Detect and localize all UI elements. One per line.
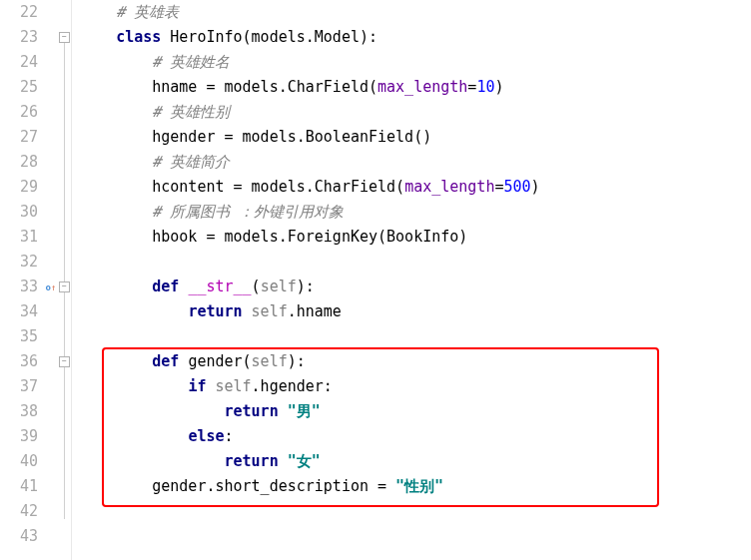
kwarg: max_length (404, 178, 494, 196)
keyword: class (116, 28, 170, 46)
line-number: 26 (0, 100, 38, 125)
self-ref: self (252, 302, 288, 320)
line-number: 43 (0, 524, 38, 549)
code-line[interactable]: hbook = models.ForeignKey(BookInfo) (80, 225, 751, 250)
line-number: 42 (0, 499, 38, 524)
fold-toggle[interactable]: − (59, 32, 70, 43)
keyword: def (152, 352, 188, 370)
code-line[interactable]: hgender = models.BooleanField() (80, 125, 751, 150)
line-number: 28 (0, 150, 38, 175)
code-text: hcontent = models.CharField( (152, 178, 404, 196)
fold-toggle[interactable]: − (59, 356, 70, 367)
line-number: 31 (0, 225, 38, 250)
override-marker[interactable]: o↑ (44, 280, 58, 294)
line-number: 25 (0, 75, 38, 100)
code-line[interactable]: if self.hgender: (80, 374, 751, 399)
fold-toggle[interactable]: − (59, 281, 70, 292)
code-line[interactable]: else: (80, 424, 751, 449)
line-number: 41 (0, 474, 38, 499)
code-line[interactable]: # 所属图书 ：外键引用对象 (80, 200, 751, 225)
keyword: def (152, 278, 188, 295)
code-line[interactable]: return "女" (80, 449, 751, 474)
line-number: 35 (0, 324, 38, 349)
code-text: hbook = models.ForeignKey(BookInfo) (152, 228, 467, 246)
comment: # 英雄姓名 (152, 53, 230, 71)
code-text: hname = models.CharField( (152, 78, 377, 96)
line-number: 33 (0, 275, 38, 299)
code-line[interactable]: hname = models.CharField(max_length=10) (80, 75, 751, 100)
keyword: return (225, 402, 288, 420)
self-ref: self (215, 377, 251, 395)
line-number: 27 (0, 125, 38, 150)
line-number: 32 (0, 250, 38, 275)
code-line[interactable] (80, 324, 751, 349)
code-line[interactable]: # 英雄性别 (80, 100, 751, 125)
keyword: return (188, 302, 251, 320)
code-line[interactable] (80, 499, 751, 524)
func-name: gender (188, 352, 242, 370)
param-self: self (252, 352, 288, 370)
code-text: hgender = models.BooleanField() (152, 128, 431, 146)
line-number: 40 (0, 449, 38, 474)
arrow-up-icon: ↑ (51, 282, 56, 292)
code-line[interactable]: return "男" (80, 399, 751, 424)
code-line[interactable]: hcontent = models.CharField(max_length=5… (80, 175, 751, 200)
code-editor: 22 23 24 25 26 27 28 29 30 31 32 33 34 3… (0, 0, 751, 560)
fold-column: − − − (58, 0, 72, 560)
line-number: 34 (0, 299, 38, 324)
code-line[interactable]: def gender(self): (80, 349, 751, 374)
code-line[interactable]: # 英雄表 (80, 0, 751, 25)
code-line[interactable] (80, 524, 751, 549)
line-number: 37 (0, 374, 38, 399)
line-number: 38 (0, 399, 38, 424)
class-decl: HeroInfo(models.Model): (170, 28, 377, 46)
line-number: 29 (0, 175, 38, 200)
number: 10 (476, 78, 494, 96)
code-line[interactable]: gender.short_description = "性别" (80, 474, 751, 499)
number: 500 (503, 178, 530, 196)
line-number: 39 (0, 424, 38, 449)
keyword: if (188, 377, 215, 395)
comment: # 英雄性别 (152, 103, 230, 121)
code-area[interactable]: # 英雄表 class HeroInfo(models.Model): # 英雄… (72, 0, 751, 560)
code-text: gender.short_description = (152, 477, 395, 495)
dunder: __str__ (188, 278, 251, 295)
kwarg: max_length (377, 78, 467, 96)
code-line[interactable]: return self.hname (80, 299, 751, 324)
comment: # 所属图书 ：外键引用对象 (152, 203, 344, 221)
code-line[interactable]: def __str__(self): (80, 275, 751, 299)
line-number: 23 (0, 25, 38, 50)
line-number: 36 (0, 349, 38, 374)
keyword: else (188, 427, 224, 445)
code-line[interactable]: # 英雄姓名 (80, 50, 751, 75)
string-literal: "性别" (395, 477, 443, 495)
comment: # 英雄简介 (152, 153, 230, 171)
param-self: self (261, 278, 297, 295)
line-number-gutter: 22 23 24 25 26 27 28 29 30 31 32 33 34 3… (0, 0, 44, 560)
comment: # 英雄表 (116, 3, 179, 21)
marker-column: o↑ (44, 0, 58, 560)
keyword: return (225, 452, 288, 470)
line-number: 30 (0, 200, 38, 225)
code-line[interactable]: # 英雄简介 (80, 150, 751, 175)
code-line[interactable]: class HeroInfo(models.Model): (80, 25, 751, 50)
string-literal: "女" (288, 452, 321, 470)
code-line[interactable] (80, 250, 751, 275)
line-number: 22 (0, 0, 38, 25)
string-literal: "男" (288, 402, 321, 420)
line-number: 24 (0, 50, 38, 75)
